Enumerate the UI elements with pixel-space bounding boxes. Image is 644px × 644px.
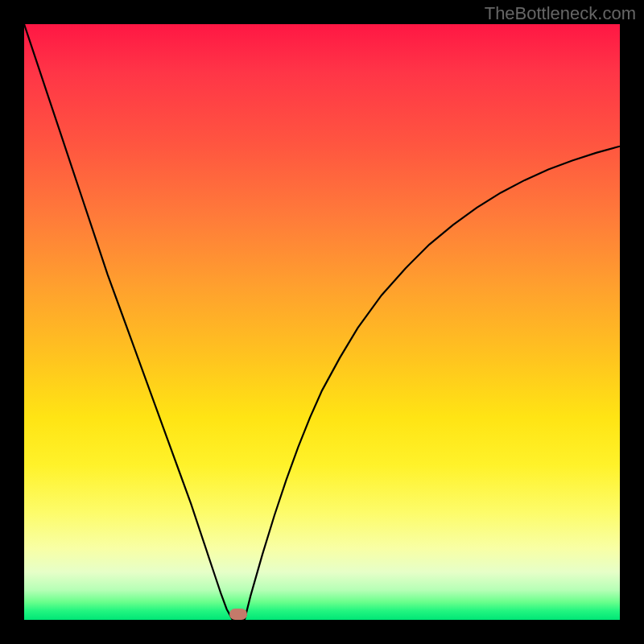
curve-svg: [24, 24, 620, 620]
optimum-marker: [229, 609, 247, 620]
bottleneck-curve: [24, 24, 620, 620]
watermark-text: TheBottleneck.com: [485, 3, 636, 24]
chart-root: TheBottleneck.com: [0, 0, 644, 644]
plot-gradient-area: [24, 24, 620, 620]
